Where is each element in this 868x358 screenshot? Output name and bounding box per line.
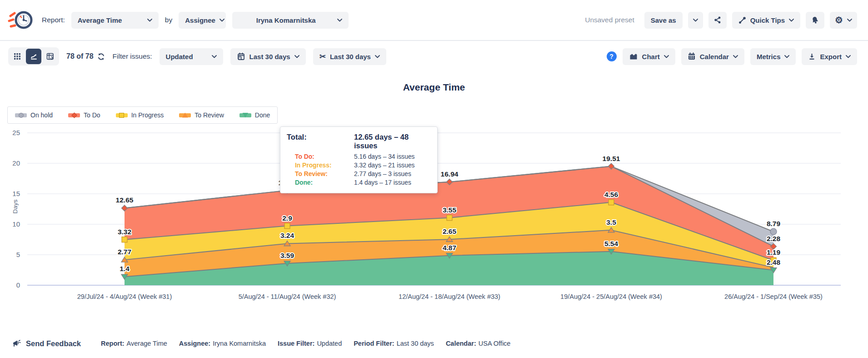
by-label: by [165, 16, 172, 24]
to-do-swatch [68, 113, 80, 117]
line-chart-icon [30, 53, 38, 61]
gear-icon: ⚙ [835, 15, 843, 25]
assignee-value: Iryna Komarnitska [239, 16, 333, 24]
legend-label: To Review [195, 111, 224, 119]
help-label: ? [609, 53, 614, 60]
period-filter-value: Last 30 days [249, 53, 290, 61]
group-by-value: Assignee [185, 16, 215, 24]
trim-period-value: Last 30 days [330, 53, 371, 61]
chart-title: Average Time [0, 82, 868, 93]
route-steps-icon [738, 16, 746, 24]
tooltip-total-row: Total: 12.65 days – 48 issues [287, 133, 429, 150]
legend-label: In Progress [131, 111, 164, 119]
preset-status: Unsaved preset [585, 16, 634, 24]
report-type-value: Average Time [78, 16, 122, 24]
group-by-dropdown[interactable]: Assignee [179, 12, 226, 29]
calendar-button[interactable]: Calendar [681, 48, 744, 65]
period-filter-button[interactable]: Last 30 days [230, 48, 306, 65]
chevron-down-icon [212, 55, 217, 58]
download-icon [808, 53, 816, 61]
on-hold-marker[interactable] [770, 228, 777, 235]
in-progress-marker[interactable] [447, 215, 452, 221]
chevron-down-icon [337, 19, 342, 22]
point-label: 2.48 [767, 258, 781, 266]
tooltip-row-label: To Review: [287, 170, 354, 178]
metrics-button[interactable]: Metrics [750, 48, 796, 65]
legend-label: On hold [30, 111, 53, 119]
tooltip-row-value: 3.32 days – 21 issues [354, 161, 429, 170]
tooltip-row: Done: 1.4 days – 17 issues [287, 178, 429, 187]
tooltip-total-label: Total: [287, 133, 354, 141]
tooltip-row: To Review: 2.77 days – 3 issues [287, 170, 429, 178]
send-feedback-button[interactable]: Send Feedback [12, 339, 81, 348]
grid-icon [14, 53, 21, 60]
issue-filter-dropdown[interactable]: Updated [160, 48, 223, 65]
chevron-down-icon [693, 19, 698, 22]
point-label: 3.32 [118, 228, 131, 236]
chart-view-button[interactable] [26, 49, 41, 64]
trim-period-button[interactable]: ✂ Last 30 days [313, 48, 386, 65]
pivot-table-icon [46, 53, 54, 61]
point-label: 4.56 [604, 191, 619, 198]
legend-item-done[interactable]: Done [239, 111, 270, 119]
legend-item-to-review[interactable]: To Review [179, 111, 224, 119]
chevron-down-icon [784, 55, 789, 58]
export-label: Export [820, 53, 842, 61]
chart-legend: On hold To Do In Progress To Review Done [7, 106, 278, 124]
legend-item-to-do[interactable]: To Do [68, 111, 100, 119]
assignee-dropdown[interactable]: Iryna Komarnitska [232, 12, 349, 29]
on-hold-swatch [15, 113, 27, 117]
chevron-down-icon [294, 55, 299, 58]
quick-tips-button[interactable]: Quick Tips [732, 12, 800, 29]
tooltip-row-label: Done: [287, 178, 354, 187]
point-label: 4.87 [443, 244, 456, 252]
tooltip-total-value: 12.65 days – 48 issues [354, 133, 429, 150]
in-progress-marker[interactable] [609, 200, 614, 205]
point-label: 5.54 [604, 240, 619, 247]
tooltip-row-label: To Do: [287, 152, 354, 161]
point-label: 3.59 [280, 252, 294, 259]
save-as-button[interactable]: Save as [644, 12, 683, 29]
chevron-down-icon [733, 55, 738, 58]
legend-item-on-hold[interactable]: On hold [15, 111, 53, 119]
legend-label: Done [255, 111, 270, 119]
pivot-view-button[interactable] [42, 49, 58, 64]
chevron-down-icon [219, 19, 224, 22]
toolbar-right-actions: ? Chart [607, 48, 857, 65]
in-progress-marker[interactable] [284, 223, 290, 229]
point-label: 2.77 [118, 248, 131, 256]
tooltip-row-value: 1.4 days – 17 issues [354, 178, 429, 187]
to-review-swatch [179, 113, 191, 117]
calendar-clock-icon [237, 52, 245, 61]
save-options-button[interactable] [688, 12, 703, 29]
chart-tooltip: Total: 12.65 days – 48 issues To Do: 5.1… [280, 126, 438, 193]
point-label: 3.5 [606, 218, 616, 226]
in-progress-marker[interactable] [122, 237, 127, 242]
export-button[interactable]: Export [802, 48, 857, 65]
y-tick-label: 15 [12, 190, 20, 197]
issue-filter-value: Updated [166, 53, 193, 61]
top-bar-actions: Unsaved preset Save as [585, 12, 857, 29]
legend-item-in-progress[interactable]: In Progress [116, 111, 164, 119]
chart-type-button[interactable]: Chart [623, 48, 675, 65]
point-label: 1.19 [767, 248, 781, 256]
top-bar: Report: Average Time by Assignee Iryna K… [0, 0, 868, 41]
summary-assignee: Assignee: Iryna Komarnitska [179, 340, 266, 347]
grid-view-button[interactable] [10, 49, 25, 64]
share-button[interactable] [708, 12, 727, 29]
tooltip-row-label: In Progress: [287, 161, 354, 170]
scissors-icon: ✂ [319, 53, 326, 61]
metrics-label: Metrics [757, 53, 781, 61]
point-label: 19.51 [603, 155, 620, 162]
notifications-button[interactable] [806, 12, 824, 29]
settings-button[interactable]: ⚙ [830, 12, 857, 29]
footer: Send Feedback Report: Average Time Assig… [0, 339, 868, 358]
help-button[interactable]: ? [607, 51, 617, 61]
chart-type-label: Chart [642, 53, 660, 61]
area-chart-icon [629, 53, 638, 61]
share-icon [713, 16, 722, 24]
refresh-icon[interactable] [97, 52, 105, 61]
tooltip-row-value: 5.16 days – 34 issues [354, 152, 429, 161]
report-type-dropdown[interactable]: Average Time [71, 12, 159, 29]
point-label: 3.24 [280, 232, 294, 239]
